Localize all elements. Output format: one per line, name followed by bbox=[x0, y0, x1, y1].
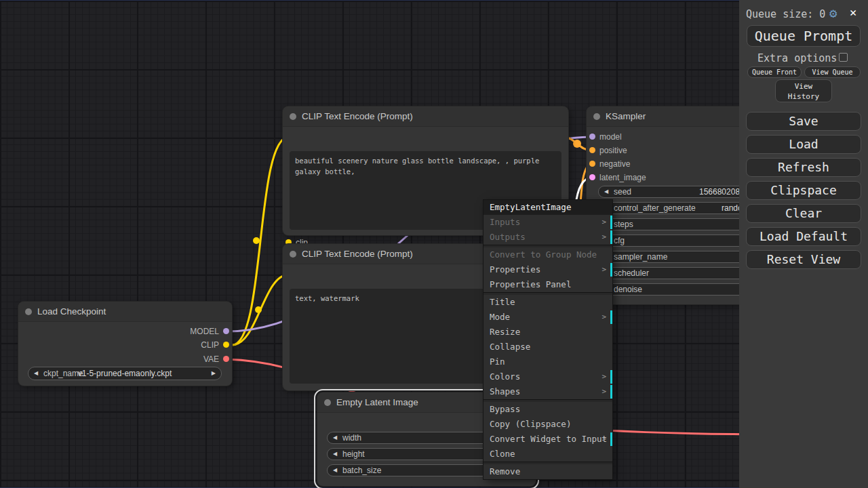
submenu-arrow-icon: > bbox=[601, 262, 606, 277]
conditioning-port-icon[interactable] bbox=[589, 147, 595, 153]
node-load-checkpoint[interactable]: Load Checkpoint MODEL CLIP VAE ◀ ckpt_na… bbox=[18, 302, 232, 386]
submenu-marker bbox=[610, 385, 612, 399]
input-slot-latent-image[interactable]: latent_image bbox=[587, 173, 646, 182]
view-queue-button[interactable]: View Queue bbox=[804, 66, 861, 78]
collapse-dot-icon[interactable] bbox=[290, 113, 296, 120]
widget-cfg[interactable]: ◀ cfg bbox=[598, 235, 763, 247]
refresh-button[interactable]: Refresh bbox=[746, 158, 861, 177]
widget-seed[interactable]: ◀ seed 1566802087 bbox=[598, 186, 763, 198]
collapse-dot-icon[interactable] bbox=[25, 308, 32, 315]
vae-port-icon[interactable] bbox=[223, 356, 229, 362]
input-slot-model[interactable]: model bbox=[587, 132, 622, 142]
menu-item-inputs: Inputs> bbox=[484, 215, 612, 230]
decrement-arrow-icon[interactable]: ◀ bbox=[604, 186, 608, 197]
context-menu: EmptyLatentImage Inputs> Outputs> Conver… bbox=[484, 200, 612, 479]
model-port-icon[interactable] bbox=[223, 328, 229, 334]
menu-item-copy-clipspace[interactable]: Copy (Clipspace) bbox=[484, 417, 612, 432]
collapse-dot-icon[interactable] bbox=[290, 251, 296, 258]
node-title-bar[interactable]: CLIP Text Encode (Prompt) bbox=[283, 106, 568, 127]
widget-scheduler[interactable]: ◀ scheduler bbox=[598, 267, 763, 279]
link-dot-conditioning[interactable] bbox=[573, 140, 581, 148]
submenu-arrow-icon: > bbox=[601, 384, 606, 399]
menu-item-outputs: Outputs> bbox=[484, 230, 612, 245]
menu-item-collapse[interactable]: Collapse bbox=[484, 340, 612, 354]
next-option-arrow-icon[interactable]: ▶ bbox=[212, 367, 216, 380]
submenu-marker bbox=[610, 370, 612, 384]
submenu-arrow-icon: > bbox=[601, 310, 606, 325]
collapse-dot-icon[interactable] bbox=[324, 399, 331, 406]
submenu-marker bbox=[610, 432, 612, 446]
link-dot-clip-2[interactable] bbox=[255, 306, 262, 313]
node-title: Load Checkpoint bbox=[37, 306, 106, 317]
queue-prompt-button[interactable]: Queue Prompt bbox=[747, 25, 861, 47]
wire-clip-to-positive-prompt bbox=[232, 137, 289, 345]
menu-item-colors[interactable]: Colors> bbox=[484, 369, 612, 384]
context-menu-title: EmptyLatentImage bbox=[484, 200, 612, 215]
widget-denoise[interactable]: ◀ denoise bbox=[598, 283, 763, 296]
latent-port-icon[interactable] bbox=[589, 174, 595, 180]
menu-item-properties-panel[interactable]: Properties Panel bbox=[484, 277, 612, 292]
input-slot-negative[interactable]: negative bbox=[587, 159, 630, 169]
menu-item-title[interactable]: Title bbox=[484, 295, 612, 310]
menu-item-mode[interactable]: Mode> bbox=[484, 310, 612, 325]
extra-options-checkbox[interactable] bbox=[839, 53, 848, 62]
load-default-button[interactable]: Load Default bbox=[746, 227, 861, 246]
submenu-arrow-icon: > bbox=[601, 432, 606, 447]
node-title: CLIP Text Encode (Prompt) bbox=[302, 249, 413, 259]
menu-item-remove[interactable]: Remove bbox=[484, 464, 612, 479]
queue-size-label: Queue size: 0 bbox=[746, 8, 825, 20]
submenu-marker bbox=[610, 263, 612, 277]
menu-item-pin[interactable]: Pin bbox=[484, 354, 612, 369]
submenu-arrow-icon: > bbox=[601, 369, 606, 384]
node-title: KSampler bbox=[606, 111, 646, 121]
decrement-arrow-icon[interactable]: ◀ bbox=[333, 432, 337, 443]
node-title: Empty Latent Image bbox=[336, 397, 418, 407]
submenu-marker bbox=[610, 310, 612, 324]
node-title-bar[interactable]: Load Checkpoint bbox=[18, 302, 232, 322]
decrement-arrow-icon[interactable]: ◀ bbox=[333, 465, 337, 476]
conditioning-port-icon[interactable] bbox=[589, 161, 595, 167]
node-editor-canvas[interactable]: CLIP Text Encode (Prompt) clip CONDITION… bbox=[0, 0, 868, 488]
menu-item-convert-to-group-node: Convert to Group Node bbox=[484, 247, 612, 262]
menu-item-properties[interactable]: Properties> bbox=[484, 262, 612, 277]
node-title-bar[interactable]: KSampler bbox=[587, 106, 763, 127]
output-slot-vae[interactable]: VAE bbox=[137, 354, 232, 364]
comfy-menu-panel: Queue size: 0 ⚙ ✕ Queue Prompt Extra opt… bbox=[739, 0, 868, 488]
link-dot-clip-1[interactable] bbox=[253, 237, 260, 244]
clear-button[interactable]: Clear bbox=[746, 204, 861, 223]
widget-steps[interactable]: ◀ steps bbox=[598, 218, 763, 230]
view-history-button[interactable]: View History bbox=[775, 79, 832, 102]
menu-item-clone[interactable]: Clone bbox=[484, 447, 612, 462]
widget-control-after-generate[interactable]: ◀ control_after_generate randomize bbox=[598, 202, 763, 214]
queue-front-button[interactable]: Queue Front bbox=[747, 66, 802, 78]
submenu-arrow-icon: > bbox=[601, 215, 606, 230]
collapse-dot-icon[interactable] bbox=[593, 113, 600, 120]
close-icon[interactable]: ✕ bbox=[850, 5, 856, 19]
settings-gear-icon[interactable]: ⚙ bbox=[829, 5, 837, 20]
load-button[interactable]: Load bbox=[746, 135, 861, 154]
output-slot-model[interactable]: MODEL bbox=[137, 327, 232, 336]
node-ksampler[interactable]: KSampler model positive negative latent_… bbox=[587, 106, 763, 304]
menu-item-convert-widget-to-input[interactable]: Convert Widget to Input> bbox=[484, 432, 612, 447]
decrement-arrow-icon[interactable]: ◀ bbox=[333, 449, 337, 460]
model-port-icon[interactable] bbox=[589, 134, 595, 140]
reset-view-button[interactable]: Reset View bbox=[746, 250, 861, 269]
output-slot-clip[interactable]: CLIP bbox=[137, 340, 232, 350]
submenu-marker bbox=[610, 216, 612, 229]
menu-item-bypass[interactable]: Bypass bbox=[484, 402, 612, 417]
widget-sampler-name[interactable]: ◀ sampler_name bbox=[598, 251, 763, 263]
extra-options-label: Extra options bbox=[757, 52, 837, 64]
submenu-marker bbox=[610, 230, 612, 244]
submenu-arrow-icon: > bbox=[601, 230, 606, 245]
clipspace-button[interactable]: Clipspace bbox=[746, 181, 861, 200]
node-title: CLIP Text Encode (Prompt) bbox=[302, 111, 413, 121]
input-slot-positive[interactable]: positive bbox=[587, 146, 627, 155]
clip-port-icon[interactable] bbox=[223, 342, 229, 348]
widget-ckpt-name[interactable]: ◀ ckpt_name v1-5-pruned-emaonly.ckpt ▶ bbox=[28, 367, 222, 380]
save-button[interactable]: Save bbox=[746, 112, 861, 131]
menu-item-shapes[interactable]: Shapes> bbox=[484, 384, 612, 399]
wire-clip-to-negative-prompt bbox=[232, 274, 289, 345]
menu-item-resize[interactable]: Resize bbox=[484, 325, 612, 340]
